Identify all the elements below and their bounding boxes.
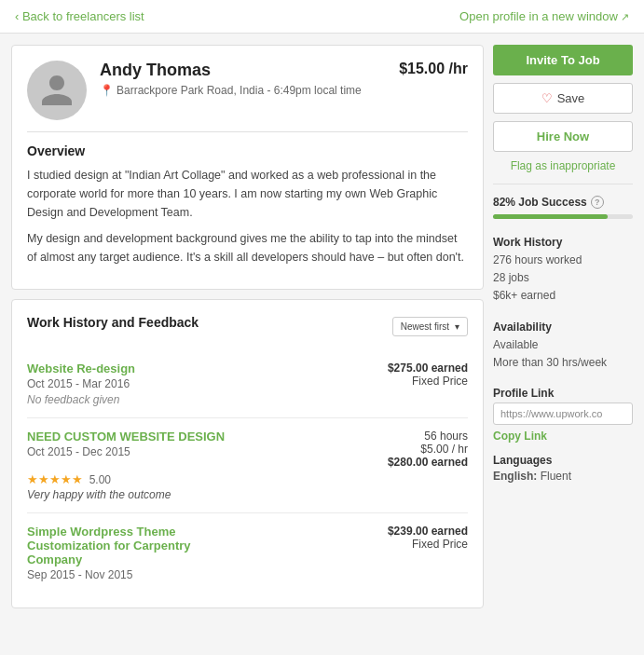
job-title[interactable]: Simple Wordpress Theme Customization for… [27, 525, 191, 566]
flag-inappropriate-link[interactable]: Flag as inappropriate [493, 159, 633, 172]
work-history-stats: Work History 276 hours worked 28 jobs $6… [493, 236, 633, 306]
job-earnings: $239.00 earned Fixed Price [388, 525, 468, 551]
save-button[interactable]: ♡ Save [493, 83, 633, 114]
rating-value: 5.00 [89, 473, 111, 486]
job-success-fill [493, 214, 608, 219]
job-rate: $5.00 / hr [388, 443, 468, 456]
profile-card: Andy Thomas $15.00 /hr 📍 Barrackpore Par… [11, 45, 484, 290]
job-hours: 56 hours [388, 430, 468, 443]
work-history-card: Work History and Feedback Newest first ▾… [11, 299, 484, 608]
profile-info: Andy Thomas $15.00 /hr 📍 Barrackpore Par… [100, 61, 468, 97]
job-happy-text: Very happy with the outcome [27, 488, 468, 501]
job-header: Simple Wordpress Theme Customization for… [27, 525, 468, 581]
job-earnings-main: $275.00 earned [388, 362, 468, 375]
job-item: NEED CUSTOM WEBSITE DESIGN Oct 2015 - De… [27, 418, 468, 513]
job-dates: Oct 2015 - Mar 2016 [27, 377, 135, 390]
work-history-stat-title: Work History [493, 236, 633, 249]
availability-status: Available [493, 336, 633, 354]
dropdown-arrow-icon: ▾ [455, 321, 459, 332]
hire-now-button[interactable]: Hire Now [493, 121, 633, 152]
overview-p1: I studied design at "Indian Art Collage"… [27, 166, 468, 222]
job-earnings-main: $239.00 earned [388, 525, 468, 538]
work-history-hours: 276 hours worked [493, 252, 633, 269]
profile-link-title: Profile Link [493, 387, 633, 400]
work-history-header: Work History and Feedback Newest first ▾ [27, 315, 468, 337]
job-type: Fixed Price [388, 538, 468, 551]
job-item: Website Re-design Oct 2015 - Mar 2016 $2… [27, 350, 468, 418]
profile-header: Andy Thomas $15.00 /hr 📍 Barrackpore Par… [27, 61, 468, 120]
job-feedback: No feedback given [27, 393, 468, 406]
profile-header-top: Andy Thomas $15.00 /hr [100, 61, 468, 84]
avatar [27, 61, 87, 120]
sort-label: Newest first [401, 321, 449, 332]
work-history-title: Work History and Feedback [27, 315, 199, 330]
job-header: NEED CUSTOM WEBSITE DESIGN Oct 2015 - De… [27, 430, 468, 469]
right-column: Invite To Job ♡ Save Hire Now Flag as in… [493, 45, 633, 608]
job-dates: Sep 2015 - Nov 2015 [27, 568, 241, 581]
job-success-bar [493, 214, 633, 219]
top-nav: Back to freelancers list Open profile in… [0, 0, 644, 34]
languages-title: Languages [493, 454, 633, 467]
work-history-earned: $6k+ earned [493, 287, 633, 305]
job-earnings: 56 hours $5.00 / hr $280.00 earned [388, 430, 468, 469]
job-item: Simple Wordpress Theme Customization for… [27, 513, 468, 593]
profile-link-section: Profile Link https://www.upwork.co Copy … [493, 387, 633, 443]
left-column: Andy Thomas $15.00 /hr 📍 Barrackpore Par… [11, 45, 484, 608]
location-pin-icon: 📍 [100, 84, 114, 97]
sidebar-divider [493, 184, 633, 184]
availability-title: Availability [493, 321, 633, 334]
job-type: Fixed Price [388, 375, 468, 388]
profile-divider [27, 131, 468, 132]
work-history-jobs: 28 jobs [493, 269, 633, 287]
job-title[interactable]: Website Re-design [27, 362, 135, 375]
invite-to-job-button[interactable]: Invite To Job [493, 45, 633, 75]
job-earnings-main: $280.00 earned [388, 456, 468, 469]
availability-section: Availability Available More than 30 hrs/… [493, 321, 633, 372]
copy-link-button[interactable]: Copy Link [493, 430, 547, 443]
job-earnings: $275.00 earned Fixed Price [388, 362, 468, 388]
open-profile-link[interactable]: Open profile in a new window [459, 9, 629, 23]
languages-section: Languages English: Fluent [493, 454, 633, 483]
profile-rate: $15.00 /hr [399, 61, 468, 77]
job-dates: Oct 2015 - Dec 2015 [27, 445, 225, 458]
language-level: Fluent [541, 470, 571, 483]
main-layout: Andy Thomas $15.00 /hr 📍 Barrackpore Par… [0, 34, 644, 620]
language-name: English: [493, 470, 537, 483]
availability-hours: More than 30 hrs/week [493, 354, 633, 372]
save-label: Save [557, 91, 585, 105]
job-title[interactable]: NEED CUSTOM WEBSITE DESIGN [27, 430, 225, 443]
profile-link-box: https://www.upwork.co [493, 403, 633, 425]
language-entry: English: Fluent [493, 470, 633, 483]
overview-p2: My design and development background giv… [27, 229, 468, 266]
info-icon[interactable]: ? [591, 196, 604, 209]
rating-stars: ★★★★★ [27, 472, 83, 486]
sort-dropdown[interactable]: Newest first ▾ [392, 317, 468, 336]
job-success-section: 82% Job Success ? [493, 196, 633, 221]
profile-name: Andy Thomas [100, 61, 211, 80]
job-header: Website Re-design Oct 2015 - Mar 2016 $2… [27, 362, 468, 390]
back-link[interactable]: Back to freelancers list [15, 9, 144, 23]
profile-location: 📍 Barrackpore Park Road, India - 6:49pm … [100, 84, 468, 97]
job-success-label: 82% Job Success ? [493, 196, 633, 209]
heart-icon: ♡ [541, 91, 553, 105]
overview-title: Overview [27, 143, 468, 158]
